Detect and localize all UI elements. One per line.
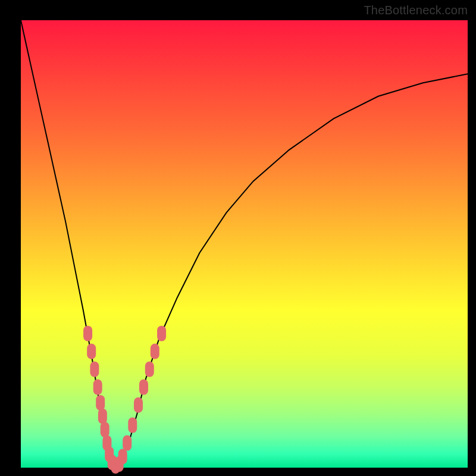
scatter-point — [118, 449, 127, 464]
scatter-point — [134, 397, 143, 413]
scatter-point — [87, 344, 96, 359]
chart-frame: TheBottleneck.com — [0, 0, 476, 476]
scatter-point — [139, 380, 148, 395]
scatter-point — [157, 325, 166, 341]
watermark-text: TheBottleneck.com — [364, 4, 468, 17]
scatter-point — [151, 344, 159, 359]
scatter-point — [90, 362, 99, 377]
scatter-point — [128, 418, 137, 433]
scatter-point — [93, 380, 102, 395]
scatter-point — [98, 409, 107, 424]
chart-svg — [0, 0, 476, 476]
curve-bottleneck-curve — [21, 20, 468, 468]
scatter-point — [101, 422, 109, 437]
scatter-point — [83, 325, 92, 341]
scatter-point — [96, 395, 105, 411]
scatter-point — [123, 436, 131, 451]
scatter-point — [145, 362, 154, 377]
